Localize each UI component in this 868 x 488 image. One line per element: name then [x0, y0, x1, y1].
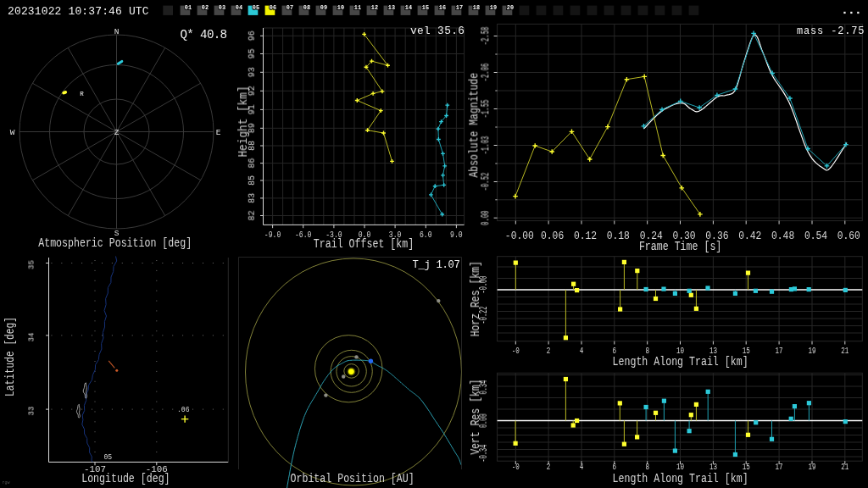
svg-text:W: W: [10, 128, 15, 137]
svg-text:T_j 1.07: T_j 1.07: [412, 259, 459, 271]
svg-text:Vert Res [km]: Vert Res [km]: [469, 380, 483, 455]
svg-text:33: 33: [28, 407, 36, 416]
svg-text:-1.55: -1.55: [481, 100, 492, 119]
svg-text:0.12: 0.12: [574, 230, 597, 242]
svg-text:06: 06: [270, 3, 276, 10]
svg-text:82: 82: [248, 210, 257, 220]
svg-text:85: 85: [248, 175, 257, 186]
svg-text:E: E: [216, 128, 221, 137]
svg-text:21: 21: [841, 462, 849, 473]
svg-text:21: 21: [841, 345, 849, 356]
svg-text:9.0: 9.0: [450, 230, 463, 240]
svg-text:93: 93: [248, 67, 257, 77]
svg-text:17: 17: [456, 3, 463, 10]
svg-text:0.00: 0.00: [481, 211, 492, 225]
svg-text:Absolute Magnitude: Absolute Magnitude: [467, 73, 481, 178]
svg-text:18: 18: [473, 3, 480, 10]
svg-text:17: 17: [776, 462, 783, 473]
svg-text:15: 15: [743, 462, 750, 473]
svg-text:0.18: 0.18: [607, 230, 630, 242]
svg-text:Orbital Position [AU]: Orbital Position [AU]: [291, 472, 415, 486]
svg-text:16: 16: [439, 3, 446, 10]
svg-text:20: 20: [507, 3, 514, 10]
svg-text:rgw: rgw: [3, 480, 10, 484]
svg-text:83: 83: [248, 193, 257, 203]
svg-text:14: 14: [405, 3, 413, 10]
svg-text:Horz Res [km]: Horz Res [km]: [469, 261, 483, 336]
svg-text:13: 13: [388, 3, 395, 10]
svg-text:Z: Z: [114, 128, 120, 137]
svg-text:R: R: [80, 91, 84, 97]
svg-text:34: 34: [28, 332, 36, 341]
svg-text:Latitude [deg]: Latitude [deg]: [3, 317, 18, 396]
svg-text:0.54: 0.54: [804, 230, 827, 242]
svg-text:95: 95: [248, 48, 257, 58]
svg-text:01: 01: [185, 3, 192, 10]
svg-text:-6.0: -6.0: [295, 230, 312, 240]
svg-text:05: 05: [253, 3, 259, 10]
svg-text:-9.0: -9.0: [264, 230, 281, 240]
svg-text:mass -2.75: mass -2.75: [797, 25, 865, 37]
svg-text:6.0: 6.0: [420, 230, 432, 240]
svg-text:13: 13: [709, 462, 717, 473]
svg-text:96: 96: [248, 30, 257, 41]
svg-text:20231022 10:37:46 UTC: 20231022 10:37:46 UTC: [8, 5, 149, 18]
svg-text:-2.58: -2.58: [481, 27, 492, 46]
svg-text:35: 35: [28, 260, 36, 269]
svg-text:-0.00: -0.00: [505, 230, 534, 242]
svg-text:Height [km]: Height [km]: [236, 86, 250, 157]
svg-text:19: 19: [808, 462, 815, 473]
svg-text:86: 86: [248, 158, 257, 168]
svg-text:-0: -0: [512, 345, 520, 356]
svg-text:0.06: 0.06: [541, 230, 564, 242]
svg-text:8: 8: [645, 462, 649, 473]
svg-text:-2.06: -2.06: [481, 64, 492, 82]
svg-text:Q* 40.8: Q* 40.8: [180, 28, 226, 42]
svg-text:4: 4: [580, 345, 584, 356]
svg-text:Frame Time [s]: Frame Time [s]: [639, 239, 721, 253]
svg-text:4: 4: [580, 462, 584, 473]
svg-text:Trail Offset [km]: Trail Offset [km]: [314, 237, 414, 252]
svg-text:15: 15: [422, 3, 429, 10]
svg-text:19: 19: [808, 345, 815, 356]
svg-text:Length Along Trail [km]: Length Along Trail [km]: [613, 472, 748, 486]
svg-text:10: 10: [676, 462, 684, 473]
svg-text:0.42: 0.42: [738, 230, 761, 242]
svg-text:N: N: [114, 27, 120, 36]
svg-text:05: 05: [104, 453, 113, 463]
svg-text:.06: .06: [177, 406, 190, 415]
svg-text:-0: -0: [512, 462, 520, 473]
svg-text:2: 2: [547, 345, 551, 356]
svg-text:10: 10: [337, 3, 344, 10]
svg-text:0.48: 0.48: [771, 230, 794, 242]
svg-text:-1.03: -1.03: [481, 136, 492, 155]
svg-text:07: 07: [287, 3, 293, 10]
svg-text:02: 02: [202, 3, 209, 10]
svg-text:04: 04: [236, 3, 243, 10]
svg-text:0.60: 0.60: [837, 230, 860, 242]
svg-text:11: 11: [354, 3, 362, 10]
svg-text:08: 08: [303, 3, 310, 10]
svg-text:12: 12: [371, 3, 378, 10]
svg-text:Length Along Trail [km]: Length Along Trail [km]: [613, 354, 748, 369]
svg-text:2: 2: [547, 462, 551, 473]
svg-text:19: 19: [490, 3, 497, 10]
svg-text:09: 09: [320, 3, 327, 10]
svg-text:6: 6: [613, 462, 617, 473]
svg-text:Longitude [deg]: Longitude [deg]: [81, 472, 170, 486]
svg-text:03: 03: [219, 3, 225, 10]
svg-text:17: 17: [776, 345, 783, 356]
svg-text:Atmospheric Position [deg]: Atmospheric Position [deg]: [38, 236, 192, 251]
svg-text:-0.52: -0.52: [481, 173, 492, 191]
svg-text:vel 35.6: vel 35.6: [410, 25, 465, 37]
